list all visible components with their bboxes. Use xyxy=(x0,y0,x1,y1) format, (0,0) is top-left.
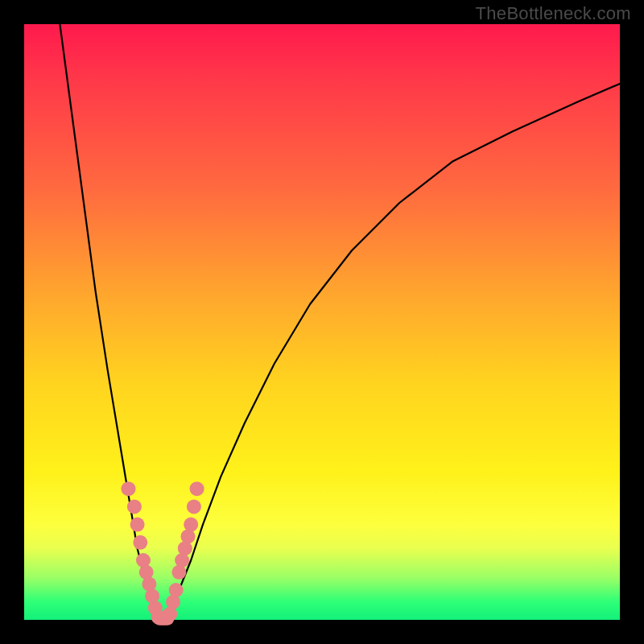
left-dots-point xyxy=(130,518,145,532)
right-dots-point xyxy=(184,518,198,532)
right-dots-point xyxy=(169,583,184,597)
right-dots-point xyxy=(190,481,204,496)
chart-plot-area xyxy=(24,24,620,620)
left-dots-point xyxy=(122,481,136,496)
watermark-text: TheBottleneck.com xyxy=(476,3,631,24)
curve-layer xyxy=(60,24,620,620)
right-curve xyxy=(167,84,620,620)
left-dots-point xyxy=(127,499,142,514)
chart-svg xyxy=(24,24,620,620)
left-curve xyxy=(60,24,159,620)
right-dots-point xyxy=(187,499,201,514)
chart-frame: TheBottleneck.com xyxy=(0,0,644,644)
dot-layer xyxy=(122,481,204,625)
left-dots-point xyxy=(133,535,147,550)
